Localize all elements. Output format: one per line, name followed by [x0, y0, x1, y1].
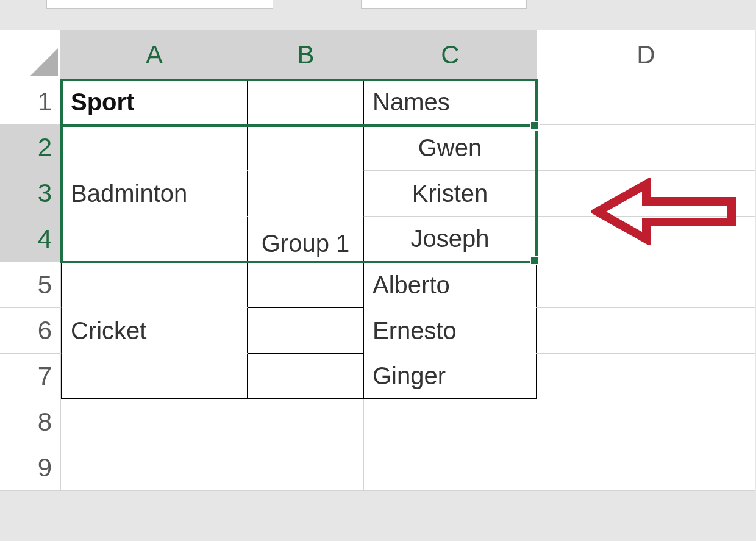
cell-C7[interactable]: Ginger	[364, 354, 537, 399]
cell-A1[interactable]: Sport	[61, 79, 248, 125]
cell-B1[interactable]	[248, 79, 364, 125]
cell-A3[interactable]: Badminton	[61, 171, 248, 217]
ribbon-box-right	[361, 0, 527, 9]
cell-B2[interactable]	[248, 125, 364, 171]
ribbon-box-left	[46, 0, 273, 9]
row-header-9[interactable]: 9	[0, 445, 61, 491]
select-all-corner[interactable]	[0, 30, 61, 79]
annotation-arrow-left-icon	[591, 178, 738, 245]
cell-C4[interactable]: Joseph	[364, 217, 537, 262]
cell-A6[interactable]: Cricket	[61, 308, 248, 354]
cell-D7[interactable]	[537, 354, 755, 399]
cell-A5[interactable]	[61, 262, 248, 308]
cell-C6[interactable]: Ernesto	[364, 308, 537, 354]
cell-A4[interactable]	[61, 217, 248, 262]
spreadsheet-viewport: A B C D 1 Sport Names 2 Gwen 3 Badminton…	[0, 0, 756, 541]
cell-B8[interactable]	[248, 399, 364, 445]
worksheet-grid[interactable]: A B C D 1 Sport Names 2 Gwen 3 Badminton…	[0, 30, 755, 491]
row-header-7[interactable]: 7	[0, 354, 61, 399]
row-header-1[interactable]: 1	[0, 79, 61, 125]
cell-C9[interactable]	[364, 445, 537, 491]
cell-C5[interactable]: Alberto	[364, 262, 537, 308]
cell-B9[interactable]	[248, 445, 364, 491]
cell-D6[interactable]	[537, 308, 755, 354]
cell-B3[interactable]	[248, 171, 364, 217]
row-header-3[interactable]: 3	[0, 171, 61, 217]
cell-A2[interactable]	[61, 125, 248, 171]
cell-C2[interactable]: Gwen	[364, 125, 537, 171]
cell-D2[interactable]	[537, 125, 755, 171]
row-header-8[interactable]: 8	[0, 399, 61, 445]
cell-C3[interactable]: Kristen	[364, 171, 537, 217]
cell-A8[interactable]	[61, 399, 248, 445]
cell-D9[interactable]	[537, 445, 755, 491]
cell-B4[interactable]: Group 1	[248, 217, 364, 262]
cell-B6[interactable]	[248, 308, 364, 354]
cell-C1[interactable]: Names	[364, 79, 537, 125]
cell-D5[interactable]	[537, 262, 755, 308]
cell-A7[interactable]	[61, 354, 248, 399]
cell-C8[interactable]	[364, 399, 537, 445]
cell-B7[interactable]	[248, 354, 364, 399]
cell-D1[interactable]	[537, 79, 755, 125]
col-header-C[interactable]: C	[364, 30, 537, 79]
row-header-2[interactable]: 2	[0, 125, 61, 171]
row-header-4[interactable]: 4	[0, 217, 61, 262]
col-header-A[interactable]: A	[61, 30, 248, 79]
col-header-B[interactable]: B	[248, 30, 364, 79]
col-header-D[interactable]: D	[537, 30, 755, 79]
row-header-6[interactable]: 6	[0, 308, 61, 354]
cell-A9[interactable]	[61, 445, 248, 491]
cell-B5[interactable]	[248, 262, 364, 308]
cell-D8[interactable]	[537, 399, 755, 445]
row-header-5[interactable]: 5	[0, 262, 61, 308]
